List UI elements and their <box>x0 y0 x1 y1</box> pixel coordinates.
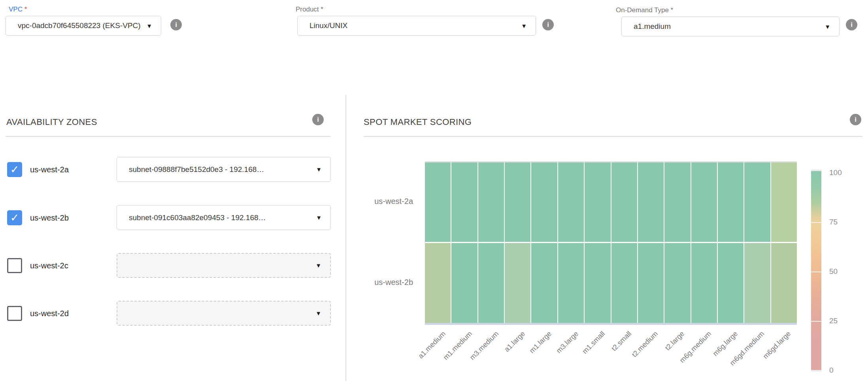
zone-label-us-west-2b: us-west-2b <box>30 213 69 223</box>
on-demand-type-label: On-Demand Type * <box>616 6 673 14</box>
heatmap-cell-us-west-2a-a1.medium[interactable] <box>425 162 451 242</box>
subnet-select-value: subnet-09888f7be5152d0e3 - 192.168… <box>129 165 264 174</box>
heatmap-cell-us-west-2b-m1.small[interactable] <box>585 243 610 323</box>
zone-checkbox-us-west-2c[interactable] <box>7 258 22 273</box>
product-select-value: Linux/UNIX <box>309 21 347 30</box>
heatmap-axis-line <box>425 323 797 325</box>
heatmap-cell-us-west-2b-m6gd.large[interactable] <box>771 243 797 323</box>
heatmap-ylabel-us-west-2a: us-west-2a <box>334 197 413 206</box>
zone-label-us-west-2a: us-west-2a <box>30 165 69 174</box>
heatmap-xlabel-m1.small: m1.small <box>581 330 607 356</box>
heatmap-cell-us-west-2a-m1.small[interactable] <box>585 162 610 242</box>
on-demand-type-info-icon[interactable]: i <box>846 19 857 30</box>
colorbar-tickline-50 <box>811 272 821 272</box>
vpc-select-value: vpc-0adcb70f645508223 (EKS-VPC) <box>18 21 141 30</box>
colorbar-ticklabel-75: 75 <box>829 218 838 226</box>
vpc-select[interactable]: vpc-0adcb70f645508223 (EKS-VPC) ▼ <box>6 16 161 36</box>
heatmap-cell-us-west-2b-m1.large[interactable] <box>531 243 557 323</box>
heatmap-cell-us-west-2a-m3.medium[interactable] <box>478 162 504 242</box>
heatmap-cell-us-west-2b-m6gd.medium[interactable] <box>744 243 770 323</box>
subnet-select-us-west-2d[interactable]: ▼ <box>117 301 331 326</box>
heatmap-cell-us-west-2b-m3.medium[interactable] <box>478 243 504 323</box>
vpc-required-asterisk: * <box>25 6 27 13</box>
score-colorbar <box>811 170 821 372</box>
heatmap-cell-us-west-2b-a1.large[interactable] <box>505 243 530 323</box>
availability-zones-divider <box>6 136 330 137</box>
chevron-down-icon: ▼ <box>316 166 322 173</box>
subnet-select-value: subnet-091c603aa82e09453 - 192.168… <box>129 213 266 222</box>
zone-checkbox-us-west-2a[interactable]: ✓ <box>7 162 22 177</box>
subnet-select-us-west-2c[interactable]: ▼ <box>117 253 331 278</box>
checkmark-icon: ✓ <box>10 164 19 175</box>
heatmap-row-us-west-2a <box>425 162 797 242</box>
heatmap-cell-us-west-2b-m1.medium[interactable] <box>451 243 477 323</box>
spot-instance-config-screen: VPC * vpc-0adcb70f645508223 (EKS-VPC) ▼ … <box>0 0 868 381</box>
heatmap-cell-us-west-2b-a1.medium[interactable] <box>425 243 451 323</box>
heatmap-xlabel-m6g.large: m6g.large <box>711 330 739 358</box>
heatmap-xlabel-m3.large: m3.large <box>555 330 580 355</box>
heatmap-cell-us-west-2a-a1.large[interactable] <box>505 162 530 242</box>
zone-checkbox-us-west-2d[interactable] <box>7 306 22 321</box>
heatmap-cell-us-west-2b-m6g.medium[interactable] <box>691 243 717 323</box>
colorbar-ticklabel-100: 100 <box>829 168 842 177</box>
product-info-icon[interactable]: i <box>542 19 554 30</box>
spot-market-scoring-title: SPOT MARKET SCORING <box>364 117 472 127</box>
heatmap-cell-us-west-2a-m6g.medium[interactable] <box>691 162 717 242</box>
heatmap-cell-us-west-2b-t2.small[interactable] <box>611 243 637 323</box>
heatmap-xlabel-m6gd.large: m6gd.large <box>762 330 793 361</box>
spot-market-scoring-divider <box>364 136 862 137</box>
heatmap-cell-us-west-2a-t2.small[interactable] <box>611 162 637 242</box>
subnet-select-us-west-2a[interactable]: subnet-09888f7be5152d0e3 - 192.168…▼ <box>117 157 331 182</box>
chevron-down-icon: ▼ <box>521 23 527 29</box>
heatmap-cell-us-west-2a-m6g.large[interactable] <box>718 162 743 242</box>
heatmap-cell-us-west-2b-m3.large[interactable] <box>558 243 584 323</box>
heatmap-ylabel-us-west-2b: us-west-2b <box>334 278 413 287</box>
colorbar-cap-bottom <box>811 370 821 372</box>
zone-label-us-west-2c: us-west-2c <box>30 261 68 270</box>
heatmap-cell-us-west-2a-m1.medium[interactable] <box>451 162 477 242</box>
colorbar-tickline-75 <box>811 222 821 223</box>
heatmap-cell-us-west-2a-m1.large[interactable] <box>531 162 557 242</box>
chevron-down-icon: ▼ <box>146 23 152 29</box>
heatmap-cell-us-west-2a-m3.large[interactable] <box>558 162 584 242</box>
colorbar-ticklabel-0: 0 <box>829 366 834 375</box>
checkmark-icon: ✓ <box>10 213 19 223</box>
product-select[interactable]: Linux/UNIX ▼ <box>297 16 536 36</box>
colorbar-ticklabel-25: 25 <box>829 317 838 325</box>
vpc-info-icon[interactable]: i <box>170 19 182 30</box>
product-label: Product * <box>296 6 323 13</box>
heatmap-xlabel-m1.large: m1.large <box>528 330 553 355</box>
zone-checkbox-us-west-2b[interactable]: ✓ <box>7 210 22 225</box>
colorbar-tickline-25 <box>811 321 821 322</box>
on-demand-type-select-value: a1.medium <box>634 22 671 31</box>
colorbar-gradient <box>811 171 821 370</box>
heatmap-cell-us-west-2b-t2.medium[interactable] <box>638 243 664 323</box>
heatmap-cell-us-west-2a-t2.large[interactable] <box>664 162 690 242</box>
chevron-down-icon: ▼ <box>825 23 830 30</box>
vpc-label: VPC * <box>9 6 27 13</box>
chevron-down-icon: ▼ <box>315 310 321 317</box>
panel-divider <box>345 95 346 381</box>
colorbar-ticklabel-50: 50 <box>829 267 838 276</box>
subnet-select-us-west-2b[interactable]: subnet-091c603aa82e09453 - 192.168…▼ <box>117 205 331 230</box>
heatmap-row-us-west-2b <box>425 243 797 323</box>
heatmap-grid <box>425 162 797 323</box>
chevron-down-icon: ▼ <box>315 262 321 269</box>
heatmap-cell-us-west-2a-m6gd.large[interactable] <box>771 162 797 242</box>
spot-market-scoring-info-icon[interactable]: i <box>850 114 861 125</box>
chevron-down-icon: ▼ <box>316 214 322 221</box>
on-demand-type-select[interactable]: a1.medium ▼ <box>621 17 840 36</box>
heatmap-cell-us-west-2a-t2.medium[interactable] <box>638 162 664 242</box>
heatmap-xlabel-t2.small: t2.small <box>610 330 633 353</box>
heatmap-cell-us-west-2a-m6gd.medium[interactable] <box>744 162 770 242</box>
heatmap-xlabel-a1.large: a1.large <box>503 330 527 354</box>
heatmap-xlabel-t2.medium: t2.medium <box>630 330 660 359</box>
heatmap-xlabel-t2.large: t2.large <box>664 330 686 352</box>
availability-zones-info-icon[interactable]: i <box>312 114 324 125</box>
availability-zones-title: AVAILABILITY ZONES <box>6 117 97 127</box>
zone-label-us-west-2d: us-west-2d <box>30 309 69 318</box>
vpc-label-text: VPC <box>9 6 23 13</box>
heatmap-cell-us-west-2b-t2.large[interactable] <box>664 243 690 323</box>
heatmap-cell-us-west-2b-m6g.large[interactable] <box>718 243 743 323</box>
